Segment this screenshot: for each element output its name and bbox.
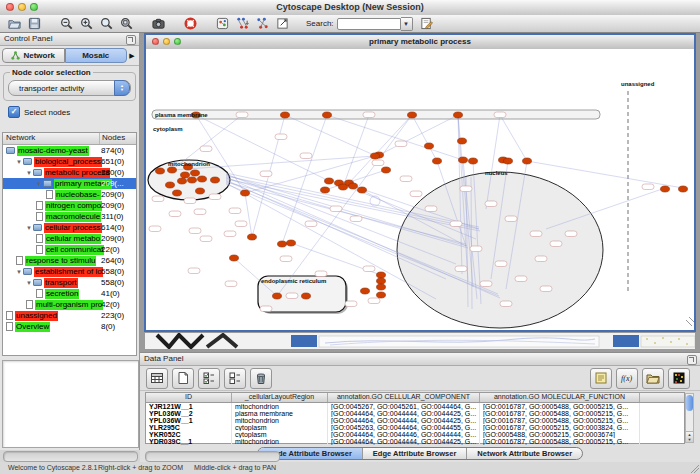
network-node[interactable]: [458, 138, 467, 144]
scrollbar-arrows[interactable]: ▲▼: [686, 431, 693, 442]
network-node-label[interactable]: [305, 221, 317, 227]
network-edge[interactable]: [379, 115, 458, 155]
network-node[interactable]: [166, 182, 175, 188]
tree-row[interactable]: cell communicat22(0): [3, 244, 136, 255]
network-node-label[interactable]: [400, 176, 412, 182]
network-node-label[interactable]: [345, 301, 357, 307]
network-node[interactable]: [230, 255, 239, 261]
network-edge[interactable]: [285, 115, 376, 156]
network-node[interactable]: [188, 177, 197, 183]
network-node-label[interactable]: [460, 186, 472, 192]
zoom-fit-icon[interactable]: [118, 16, 134, 31]
open-icon[interactable]: [6, 16, 22, 31]
attribute-grid-icon[interactable]: [146, 368, 168, 389]
network-node[interactable]: [408, 112, 417, 118]
network-node-label[interactable]: [209, 194, 221, 200]
network-node-label[interactable]: [410, 191, 422, 197]
network-node-label[interactable]: [280, 256, 292, 262]
network-node-label[interactable]: [260, 306, 272, 312]
layout-tree-icon[interactable]: [234, 16, 250, 31]
network-node[interactable]: [181, 172, 190, 178]
network-node-label[interactable]: [480, 281, 492, 287]
notes-icon[interactable]: [590, 368, 612, 389]
network-node-label[interactable]: [229, 208, 241, 214]
network-node-label[interactable]: [565, 231, 577, 237]
network-node[interactable]: [156, 168, 165, 174]
select-nodes-checkbox[interactable]: ✓: [8, 106, 20, 118]
tree-row[interactable]: ▼transport558(0): [3, 277, 136, 288]
tree-row[interactable]: Overview8(0): [3, 321, 136, 332]
table-row[interactable]: YJR121W__1mitochondrion[GO:0045267, GO:0…: [146, 403, 684, 410]
expand-triangle-icon[interactable]: ▼: [26, 225, 32, 231]
tree-row[interactable]: macromolecule311(0): [3, 211, 136, 222]
network-node[interactable]: [454, 112, 463, 118]
table-column-header[interactable]: annotation.GO CELLULAR_COMPONENT: [328, 393, 480, 402]
table-column-header[interactable]: _cellularLayoutRegion: [232, 393, 328, 402]
table-row[interactable]: YLR295Ccytoplasm[GO:0045263, GO:0044464,…: [146, 424, 684, 431]
scrollbar-thumb[interactable]: [686, 395, 693, 411]
resize-grip-icon[interactable]: [691, 465, 699, 473]
search-config-icon[interactable]: [419, 16, 435, 31]
network-node[interactable]: [321, 187, 330, 193]
network-edge[interactable]: [282, 115, 327, 244]
network-node[interactable]: [198, 176, 207, 182]
tree-row[interactable]: nitrogen compo209(0): [3, 200, 136, 211]
tree-row[interactable]: unassigned223(0): [3, 310, 136, 321]
network-node-label[interactable]: [505, 216, 517, 222]
zoom-out-icon[interactable]: [58, 16, 74, 31]
tree-row[interactable]: nucleobase-209(0): [3, 189, 136, 200]
network-canvas[interactable]: plasma membranecytoplasmmitochondrionnuc…: [146, 49, 694, 330]
zoom-in-icon[interactable]: [78, 16, 94, 31]
network-node-label[interactable]: [200, 236, 212, 242]
network-node[interactable]: [191, 170, 200, 176]
new-attribute-icon[interactable]: [172, 368, 194, 389]
network-node-label[interactable]: [350, 216, 362, 222]
network-node-label[interactable]: [236, 112, 248, 118]
tab-edge-attribute-browser[interactable]: Edge Attribute Browser: [363, 448, 467, 459]
tree-column-network[interactable]: Network: [3, 133, 100, 144]
tree-row[interactable]: mosaic-demo-yeast874(0): [3, 145, 136, 156]
search-input[interactable]: [337, 18, 401, 30]
snapshot-icon[interactable]: [150, 16, 166, 31]
network-node[interactable]: [377, 284, 386, 290]
network-node-label[interactable]: [235, 221, 247, 227]
network-node[interactable]: [523, 158, 532, 164]
tree-row[interactable]: secretion41(0): [3, 288, 136, 299]
table-row[interactable]: YDR039C__1mitochondrion[GO:0044464, GO:0…: [146, 438, 684, 445]
tree-row[interactable]: ▼cellular process614(0): [3, 222, 136, 233]
canvas-resize-grip-icon[interactable]: [686, 317, 694, 326]
network-node-label[interactable]: [225, 281, 237, 287]
network-node-label[interactable]: [300, 153, 312, 159]
expand-triangle-icon[interactable]: ▼: [26, 170, 32, 176]
network-node[interactable]: [377, 272, 386, 278]
tree-row[interactable]: ▼establishment of lo558(0): [3, 266, 136, 277]
network-node[interactable]: [173, 190, 182, 196]
table-row[interactable]: YPL036W__1mitochondrion[GO:0044464, GO:0…: [146, 417, 684, 424]
network-node[interactable]: [425, 143, 434, 149]
network-node-label[interactable]: [494, 112, 506, 118]
network-node[interactable]: [287, 240, 296, 246]
network-node-label[interactable]: [189, 228, 201, 234]
search-dropdown-icon[interactable]: ▼: [401, 17, 413, 31]
table-column-header[interactable]: annotation.GO MOLECULAR_FUNCTION: [480, 393, 640, 402]
network-node[interactable]: [339, 184, 348, 190]
tree-column-nodes[interactable]: Nodes: [100, 133, 136, 144]
network-node-label[interactable]: [450, 221, 462, 227]
network-node-label[interactable]: [152, 196, 164, 202]
expand-triangle-icon[interactable]: ▼: [16, 269, 22, 275]
expand-triangle-icon[interactable]: ▼: [36, 181, 42, 187]
network-node-label[interactable]: [425, 206, 437, 212]
network-node-label[interactable]: [169, 211, 181, 217]
matrix-icon[interactable]: [668, 368, 690, 389]
network-node-label[interactable]: [550, 241, 562, 247]
tab-mosaic[interactable]: Mosaic: [65, 48, 128, 63]
unselect-attributes-icon[interactable]: [224, 368, 246, 389]
network-node-label[interactable]: [485, 201, 497, 207]
vizmapper-icon[interactable]: [214, 16, 230, 31]
network-node-label[interactable]: [368, 298, 380, 304]
network-node[interactable]: [459, 157, 468, 163]
network-node[interactable]: [504, 158, 513, 164]
table-row[interactable]: YKR052Ccytoplasm[GO:0044464, GO:0044446,…: [146, 431, 684, 438]
delete-attribute-icon[interactable]: [250, 368, 272, 389]
network-node-label[interactable]: [470, 246, 482, 252]
